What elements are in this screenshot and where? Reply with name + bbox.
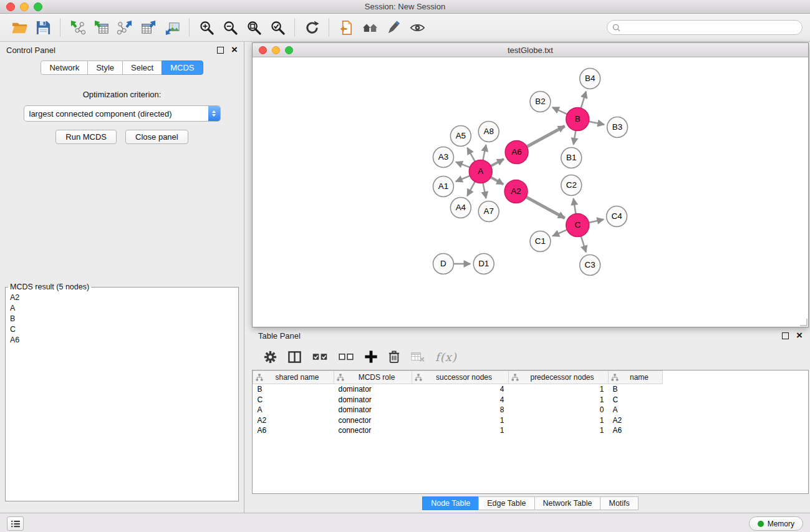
network-close-button[interactable]	[259, 46, 267, 54]
network-node-A2[interactable]: A2	[504, 180, 528, 203]
cell-mcds_role[interactable]: dominator	[334, 384, 412, 395]
network-node-C2[interactable]: C2	[561, 175, 582, 196]
cell-shared_name[interactable]: C	[253, 395, 334, 405]
network-edge-A-A1[interactable]	[456, 176, 470, 181]
import-table-button[interactable]	[89, 16, 113, 39]
network-node-A1[interactable]: A1	[433, 177, 454, 197]
tab-node-table[interactable]: Node Table	[422, 496, 479, 510]
network-node-A4[interactable]: A4	[450, 198, 471, 218]
cell-predecessor[interactable]: 1	[509, 395, 609, 405]
cell-successor[interactable]: 8	[412, 405, 509, 415]
table-row-B[interactable]: Bdominator41B	[253, 384, 663, 395]
tab-network[interactable]: Network	[41, 60, 88, 75]
minimize-window-button[interactable]	[20, 2, 29, 11]
network-edge-B-B4[interactable]	[581, 92, 586, 109]
cell-successor[interactable]: 1	[412, 425, 509, 436]
result-item[interactable]: B	[7, 314, 237, 324]
network-node-A5[interactable]: A5	[450, 126, 471, 147]
network-edge-A6-B[interactable]	[527, 126, 565, 147]
delete-table-button[interactable]	[409, 347, 427, 366]
tab-edge-table[interactable]: Edge Table	[478, 496, 534, 510]
cell-mcds_role[interactable]: connector	[334, 425, 412, 436]
table-settings-button[interactable]	[262, 347, 279, 366]
network-edge-A-A7[interactable]	[483, 183, 486, 198]
network-node-A6[interactable]: A6	[505, 141, 528, 164]
table-row-C[interactable]: Cdominator41C	[253, 395, 663, 405]
tab-style[interactable]: Style	[87, 60, 123, 75]
cell-name[interactable]: C	[609, 395, 663, 405]
network-graph-svg[interactable]: B4B2BB3A5A8A6B1A3AA1C2A2A4A7C4CC1C3DD1	[253, 57, 808, 327]
cell-predecessor[interactable]: 1	[509, 425, 609, 436]
cell-name[interactable]: A6	[609, 425, 663, 436]
deselect-all-button[interactable]	[337, 347, 355, 366]
cell-mcds_role[interactable]: dominator	[334, 405, 412, 415]
network-node-A3[interactable]: A3	[433, 147, 454, 168]
close-table-panel-icon[interactable]: ×	[796, 331, 803, 340]
zoom-window-button[interactable]	[34, 2, 42, 11]
result-item[interactable]: A6	[7, 335, 237, 346]
tab-mcds[interactable]: MCDS	[162, 60, 203, 75]
delete-row-button[interactable]	[387, 347, 402, 366]
network-minimize-button[interactable]	[272, 46, 280, 54]
network-edge-A-A6[interactable]	[491, 159, 504, 166]
cell-shared_name[interactable]: A6	[253, 425, 334, 436]
network-node-C1[interactable]: C1	[530, 231, 551, 252]
column-header-name[interactable]: name	[609, 371, 663, 384]
network-node-B4[interactable]: B4	[580, 69, 600, 89]
refresh-layout-button[interactable]	[300, 16, 324, 39]
resize-grip[interactable]	[800, 319, 808, 326]
network-edge-A-A4[interactable]	[467, 181, 475, 196]
cell-successor[interactable]: 1	[412, 415, 509, 426]
network-node-B1[interactable]: B1	[561, 148, 582, 168]
annotations-button[interactable]	[382, 16, 405, 39]
zoom-in-button[interactable]	[195, 16, 218, 39]
cell-shared_name[interactable]: A2	[253, 415, 334, 426]
network-node-D[interactable]: D	[433, 254, 454, 274]
cell-shared_name[interactable]: B	[253, 384, 334, 395]
function-builder-button[interactable]: f(x)	[434, 347, 458, 366]
network-edge-A-A5[interactable]	[467, 148, 475, 162]
criterion-dropdown[interactable]: largest connected component (directed)	[24, 105, 221, 122]
column-header-predecessor-nodes[interactable]: predecessor nodes	[509, 371, 609, 384]
column-header-shared-name[interactable]: shared name	[253, 371, 334, 384]
select-all-button[interactable]	[311, 347, 329, 366]
network-edge-B-B3[interactable]	[589, 122, 604, 125]
cell-successor[interactable]: 4	[412, 395, 509, 405]
column-header-mcds-role[interactable]: MCDS role	[334, 371, 412, 384]
float-table-panel-icon[interactable]	[782, 332, 789, 339]
tab-motifs[interactable]: Motifs	[600, 496, 638, 510]
network-canvas[interactable]: B4B2BB3A5A8A6B1A3AA1C2A2A4A7C4CC1C3DD1	[253, 57, 808, 327]
network-edge-A2-C[interactable]	[526, 197, 565, 218]
show-hide-panels-button[interactable]	[7, 516, 24, 531]
cell-mcds_role[interactable]: dominator	[334, 395, 412, 405]
network-edge-B-B1[interactable]	[574, 130, 576, 145]
export-network-button[interactable]	[113, 16, 137, 39]
network-node-B3[interactable]: B3	[607, 117, 628, 138]
zoom-out-button[interactable]	[218, 16, 242, 39]
float-panel-icon[interactable]	[217, 47, 224, 54]
show-columns-button[interactable]	[286, 347, 303, 366]
network-node-C[interactable]: C	[566, 214, 589, 237]
close-panel-icon[interactable]: ×	[231, 46, 238, 54]
network-edge-A-A3[interactable]	[456, 162, 470, 168]
table-row-A[interactable]: Adominator80A	[253, 405, 663, 415]
graphics-details-button[interactable]	[405, 16, 429, 39]
network-node-A8[interactable]: A8	[478, 122, 499, 142]
zoom-selected-button[interactable]	[266, 16, 289, 39]
add-row-button[interactable]	[363, 347, 379, 366]
search-box[interactable]	[607, 20, 803, 35]
network-zoom-button[interactable]	[285, 46, 293, 54]
home-browser-button[interactable]	[358, 16, 382, 39]
result-item[interactable]: A2	[7, 293, 237, 303]
network-edge-A-A8[interactable]	[483, 145, 486, 160]
memory-button[interactable]: Memory	[749, 516, 803, 531]
cell-name[interactable]: A	[609, 405, 663, 415]
import-network-button[interactable]	[65, 16, 89, 39]
table-row-A2[interactable]: A2connector11A2	[253, 415, 663, 426]
network-node-C3[interactable]: C3	[580, 255, 600, 276]
network-node-B2[interactable]: B2	[530, 92, 551, 112]
network-node-B[interactable]: B	[566, 108, 589, 131]
zoom-fit-button[interactable]	[242, 16, 266, 39]
network-node-A7[interactable]: A7	[478, 201, 499, 222]
cell-predecessor[interactable]: 1	[509, 415, 609, 426]
